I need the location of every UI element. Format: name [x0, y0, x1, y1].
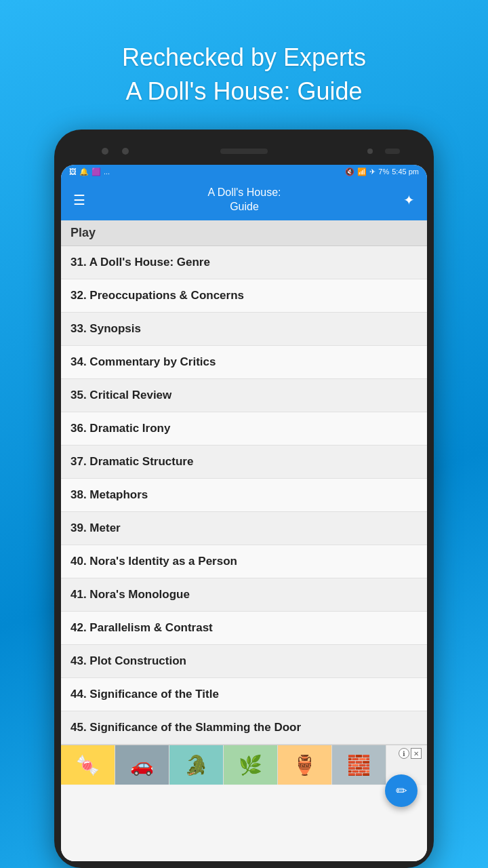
- phone-screen: 🖼 🔔 🟪 ... 🔇 📶 ✈ 7% 5:45 pm ☰ A Doll's Ho…: [61, 165, 427, 861]
- indicator-right: [385, 149, 400, 154]
- camera-right-dot: [122, 148, 129, 155]
- camera-left-dot: [102, 148, 108, 155]
- status-left: 🖼 🔔 🟪 ...: [69, 167, 110, 176]
- ad-game-5: 🏺: [278, 745, 332, 785]
- content-area: Play 31. A Doll's House: Genre32. Preocc…: [61, 220, 427, 861]
- list-item[interactable]: 32. Preoccupations & Concerns: [61, 279, 427, 313]
- list-item[interactable]: 36. Dramatic Irony: [61, 412, 427, 446]
- app-title-line1: A Doll's House:: [208, 186, 281, 198]
- ad-images: 🍬 🚗 🐊 🌿 🏺 🧱: [61, 745, 386, 785]
- list-item[interactable]: 41. Nora's Monologue: [61, 578, 427, 612]
- phone-shell: 🖼 🔔 🟪 ... 🔇 📶 ✈ 7% 5:45 pm ☰ A Doll's Ho…: [54, 130, 434, 868]
- list-item[interactable]: 44. Significance of the Title: [61, 678, 427, 711]
- list-item[interactable]: 33. Synopsis: [61, 313, 427, 346]
- ad-game-6: 🧱: [332, 745, 386, 785]
- share-icon[interactable]: ✦: [401, 189, 418, 211]
- ad-game-1: 🍬: [61, 745, 115, 785]
- battery-text: 7%: [378, 167, 389, 176]
- speaker: [220, 149, 268, 154]
- more-indicator: ...: [104, 167, 110, 176]
- ad-controls: ℹ ✕: [399, 748, 422, 759]
- dot-right: [367, 149, 373, 154]
- ad-game-4: 🌿: [224, 745, 278, 785]
- list-container: 31. A Doll's House: Genre32. Preoccupati…: [61, 246, 427, 745]
- ad-banner[interactable]: 🍬 🚗 🐊 🌿 🏺 🧱 ℹ ✕: [61, 745, 427, 785]
- app-icon: 🟪: [92, 167, 101, 176]
- list-item[interactable]: 39. Meter: [61, 512, 427, 545]
- header-line1: Rechecked by Experts: [122, 43, 366, 71]
- airplane-icon: ✈: [369, 167, 375, 176]
- app-title-line2: Guide: [230, 201, 259, 212]
- edit-icon: ✏: [396, 783, 407, 799]
- phone-notch-area: [61, 142, 427, 161]
- photo-icon: 🖼: [69, 167, 77, 176]
- list-item[interactable]: 42. Parallelism & Contrast: [61, 612, 427, 645]
- app-bar: ☰ A Doll's House: Guide ✦: [61, 179, 427, 221]
- list-item[interactable]: 34. Commentary by Critics: [61, 346, 427, 379]
- ad-info-icon[interactable]: ℹ: [399, 748, 409, 759]
- header-text: Rechecked by Experts A Doll's House: Gui…: [122, 41, 366, 109]
- ad-game-3: 🐊: [169, 745, 224, 785]
- list-item[interactable]: 40. Nora's Identity as a Person: [61, 545, 427, 578]
- time-text: 5:45 pm: [392, 167, 419, 176]
- list-item[interactable]: 31. A Doll's House: Genre: [61, 246, 427, 279]
- menu-icon[interactable]: ☰: [70, 189, 88, 211]
- list-item[interactable]: 37. Dramatic Structure: [61, 446, 427, 479]
- list-item[interactable]: 38. Metaphors: [61, 479, 427, 512]
- list-item[interactable]: 35. Critical Review: [61, 379, 427, 412]
- header-line2: A Doll's House: Guide: [125, 77, 362, 105]
- ad-close-icon[interactable]: ✕: [411, 748, 422, 759]
- app-bar-title: A Doll's House: Guide: [88, 186, 401, 214]
- notification-icon: 🔔: [79, 167, 89, 176]
- section-header: Play: [61, 220, 427, 246]
- status-right: 🔇 📶 ✈ 7% 5:45 pm: [345, 167, 419, 176]
- status-bar: 🖼 🔔 🟪 ... 🔇 📶 ✈ 7% 5:45 pm: [61, 165, 427, 179]
- wifi-icon: 📶: [357, 167, 367, 176]
- list-item[interactable]: 43. Plot Construction: [61, 645, 427, 678]
- fab[interactable]: ✏: [385, 774, 418, 807]
- ad-game-2: 🚗: [115, 745, 169, 785]
- mute-icon: 🔇: [345, 167, 354, 176]
- list-item[interactable]: 45. Significance of the Slamming the Doo…: [61, 711, 427, 745]
